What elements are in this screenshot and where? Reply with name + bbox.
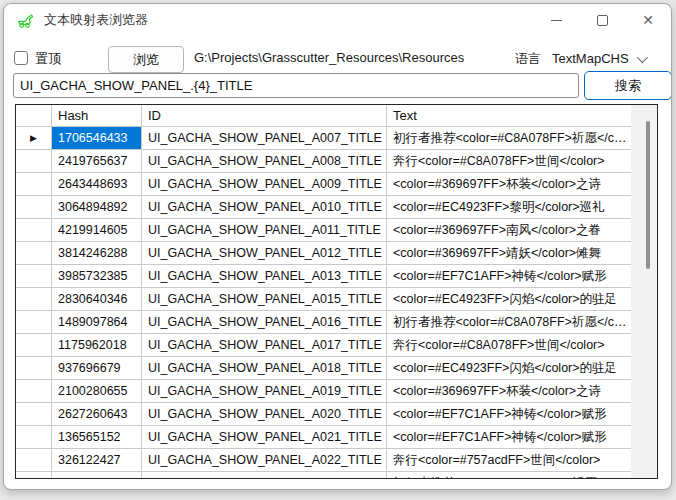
row-header-cell[interactable] [16, 219, 52, 242]
cell-hash[interactable]: 1706546433 [52, 127, 142, 150]
cell-hash[interactable]: 136565152 [52, 426, 142, 449]
cell-text[interactable]: <color=#EF7C1AFF>神铸</color>赋形 [387, 403, 631, 426]
row-header-cell[interactable] [16, 403, 52, 426]
table-body: ▶ 1706546433 UI_GACHA_SHOW_PANEL_A007_TI… [16, 127, 631, 478]
cell-id[interactable]: UI_GACHA_SHOW_PANEL_A018_TITLE [142, 357, 387, 380]
table-row[interactable]: 1489097864 UI_GACHA_SHOW_PANEL_A016_TITL… [16, 311, 631, 334]
cell-id[interactable]: UI_GACHA_SHOW_PANEL_A022_TITLE [142, 449, 387, 472]
cell-text[interactable]: 奔行<color=#C8A078FF>世间</color> [387, 150, 631, 173]
row-header-cell[interactable] [16, 380, 52, 403]
cell-id[interactable]: UI_GACHA_SHOW_PANEL_A010_TITLE [142, 196, 387, 219]
chevron-down-icon [636, 51, 647, 62]
column-header-id[interactable]: ID [142, 105, 387, 127]
cell-text[interactable]: <color=#369697FF>南风</color>之眷 [387, 219, 631, 242]
vertical-scrollbar[interactable] [631, 105, 657, 478]
cell-id[interactable]: UI_GACHA_SHOW_PANEL_A020_TITLE [142, 403, 387, 426]
cell-id[interactable]: UI_GACHA_SHOW_PANEL_A021_TITLE [142, 426, 387, 449]
cell-text[interactable]: 初行者推荐<color=#C8A078FF>祈愿</color> [387, 127, 631, 150]
row-header-cell[interactable] [16, 357, 52, 380]
cell-id[interactable]: UI_GACHA_SHOW_PANEL_A017_TITLE [142, 334, 387, 357]
table-row[interactable]: 136565152 UI_GACHA_SHOW_PANEL_A021_TITLE… [16, 426, 631, 449]
cell-text[interactable]: <color=#EC4923FF>黎明</color>巡礼 [387, 196, 631, 219]
table-row[interactable]: 2419765637 UI_GACHA_SHOW_PANEL_A008_TITL… [16, 150, 631, 173]
column-header-hash[interactable]: Hash [52, 105, 142, 127]
cell-id[interactable]: UI_GACHA_SHOW_PANEL_A019_TITLE [142, 380, 387, 403]
row-header-cell[interactable] [16, 449, 52, 472]
table-row[interactable]: 2100280655 UI_GACHA_SHOW_PANEL_A019_TITL… [16, 380, 631, 403]
row-header-cell[interactable] [16, 334, 52, 357]
row-header-cell[interactable] [16, 242, 52, 265]
cell-hash[interactable]: 1175962018 [52, 334, 142, 357]
table-row[interactable]: 3985732385 UI_GACHA_SHOW_PANEL_A013_TITL… [16, 265, 631, 288]
column-header-text[interactable]: Text [387, 105, 631, 127]
cell-hash[interactable]: 937696679 [52, 357, 142, 380]
cell-hash[interactable]: 3064894892 [52, 196, 142, 219]
table-row[interactable]: 3814246288 UI_GACHA_SHOW_PANEL_A012_TITL… [16, 242, 631, 265]
cell-hash[interactable] [52, 472, 142, 478]
language-select[interactable]: TextMapCHS [548, 46, 666, 71]
row-header-cell[interactable] [16, 150, 52, 173]
search-button[interactable]: 搜索 [584, 71, 672, 100]
language-selected-value: TextMapCHS [552, 51, 629, 66]
minimize-button[interactable] [533, 4, 579, 36]
cell-hash[interactable]: 326122427 [52, 449, 142, 472]
table-row[interactable]: ▶ 1706546433 UI_GACHA_SHOW_PANEL_A007_TI… [16, 127, 631, 150]
table-row[interactable]: 2830640346 UI_GACHA_SHOW_PANEL_A015_TITL… [16, 288, 631, 311]
cell-text[interactable]: 奔行<color=#C8A078FF>世间</color> [387, 334, 631, 357]
toolbar: 置顶 浏览 G:\Projects\Grasscutter_Resources\… [4, 44, 671, 74]
row-header-cell[interactable] [16, 426, 52, 449]
cell-id[interactable]: UI_GACHA_SHOW_PANEL_A008_TITLE [142, 150, 387, 173]
cell-text[interactable]: <color=#369697FF>杯装</color>之诗 [387, 173, 631, 196]
table-header-row: Hash ID Text [16, 105, 631, 127]
cell-hash[interactable]: 2627260643 [52, 403, 142, 426]
row-header-cell[interactable]: ▶ [16, 127, 52, 150]
table-row[interactable]: 1175962018 UI_GACHA_SHOW_PANEL_A017_TITL… [16, 334, 631, 357]
scrollbar-thumb[interactable] [646, 121, 650, 269]
cell-text[interactable]: 初行者推荐<color=#C8A078FF>祈愿</color> [387, 472, 631, 478]
cell-id[interactable]: UI_GACHA_SHOW_PANEL_A011_TITLE [142, 219, 387, 242]
table-row[interactable]: 3064894892 UI_GACHA_SHOW_PANEL_A010_TITL… [16, 196, 631, 219]
cell-hash[interactable]: 3985732385 [52, 265, 142, 288]
row-header-cell[interactable] [16, 472, 52, 478]
row-header-cell[interactable] [16, 265, 52, 288]
cell-hash[interactable]: 3814246288 [52, 242, 142, 265]
current-row-indicator: ▶ [30, 133, 37, 143]
search-input[interactable] [13, 73, 579, 98]
table-row[interactable]: 2643448693 UI_GACHA_SHOW_PANEL_A009_TITL… [16, 173, 631, 196]
table-row[interactable]: 326122427 UI_GACHA_SHOW_PANEL_A022_TITLE… [16, 449, 631, 472]
cell-hash[interactable]: 2419765637 [52, 150, 142, 173]
cell-text[interactable]: <color=#EC4923FF>闪焰</color>的驻足 [387, 288, 631, 311]
cell-id[interactable] [142, 472, 387, 478]
browse-button[interactable]: 浏览 [108, 46, 184, 73]
row-header-cell[interactable] [16, 173, 52, 196]
cell-id[interactable]: UI_GACHA_SHOW_PANEL_A015_TITLE [142, 288, 387, 311]
close-button[interactable]: ✕ [625, 4, 671, 36]
cell-id[interactable]: UI_GACHA_SHOW_PANEL_A012_TITLE [142, 242, 387, 265]
cell-id[interactable]: UI_GACHA_SHOW_PANEL_A009_TITLE [142, 173, 387, 196]
cell-hash[interactable]: 4219914605 [52, 219, 142, 242]
cell-hash[interactable]: 2100280655 [52, 380, 142, 403]
row-header-cell[interactable] [16, 288, 52, 311]
cell-hash[interactable]: 1489097864 [52, 311, 142, 334]
cell-hash[interactable]: 2643448693 [52, 173, 142, 196]
cell-text[interactable]: <color=#369697FF>靖妖</color>傩舞 [387, 242, 631, 265]
row-header-cell[interactable] [16, 196, 52, 219]
cell-id[interactable]: UI_GACHA_SHOW_PANEL_A016_TITLE [142, 311, 387, 334]
table-row[interactable]: 2627260643 UI_GACHA_SHOW_PANEL_A020_TITL… [16, 403, 631, 426]
cell-id[interactable]: UI_GACHA_SHOW_PANEL_A007_TITLE [142, 127, 387, 150]
cell-hash[interactable]: 2830640346 [52, 288, 142, 311]
cell-text[interactable]: <color=#EF7C1AFF>神铸</color>赋形 [387, 426, 631, 449]
always-on-top-checkbox[interactable] [14, 51, 28, 65]
cell-text[interactable]: 奔行<color=#757acdFF>世间</color> [387, 449, 631, 472]
cell-text[interactable]: <color=#EC4923FF>闪焰</color>的驻足 [387, 357, 631, 380]
table-row[interactable]: 937696679 UI_GACHA_SHOW_PANEL_A018_TITLE… [16, 357, 631, 380]
maximize-button[interactable] [579, 4, 625, 36]
cell-id[interactable]: UI_GACHA_SHOW_PANEL_A013_TITLE [142, 265, 387, 288]
cell-text[interactable]: <color=#EF7C1AFF>神铸</color>赋形 [387, 265, 631, 288]
table-row[interactable]: 4219914605 UI_GACHA_SHOW_PANEL_A011_TITL… [16, 219, 631, 242]
cell-text[interactable]: <color=#369697FF>杯装</color>之诗 [387, 380, 631, 403]
table-row[interactable]: 初行者推荐<color=#C8A078FF>祈愿</color> [16, 472, 631, 478]
app-window: 文本映射表浏览器 ✕ 置顶 浏览 G:\Projects\Grasscutter… [3, 3, 672, 490]
row-header-cell[interactable] [16, 311, 52, 334]
cell-text[interactable]: 初行者推荐<color=#C8A078FF>祈愿</color> [387, 311, 631, 334]
